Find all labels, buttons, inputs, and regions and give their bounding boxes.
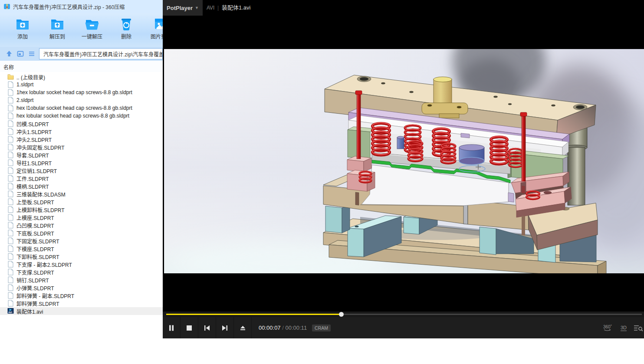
document-icon [7, 183, 14, 190]
column-header-row[interactable]: 名称 [0, 61, 163, 72]
document-icon [7, 292, 14, 299]
file-row[interactable]: 模柄.SLDPRT [0, 182, 163, 190]
stop-button[interactable] [181, 317, 198, 338]
player-controls: 00:00:07 / 00:00:11 CRAM 360˚ 3D [163, 317, 644, 338]
file-row[interactable]: 下支撑.SLDPRT [0, 268, 163, 276]
file-row[interactable]: 冲头1.SLDPRT [0, 128, 163, 135]
eject-button[interactable] [234, 317, 252, 338]
previous-button[interactable] [198, 317, 216, 338]
delete-icon [119, 16, 134, 31]
file-row[interactable]: 2.sldprt [0, 96, 163, 104]
file-row[interactable]: 凸凹模.SLDPRT [0, 221, 163, 229]
address-text: 汽车车身覆盖件)冲压工艺模具设计.zip\汽车车身覆盖件 [43, 50, 163, 58]
file-row[interactable]: 定位销1.SLDPRT [0, 167, 163, 174]
file-row[interactable]: 上垫板.SLDPRT [0, 198, 163, 206]
next-button[interactable] [216, 317, 234, 338]
previous-icon [204, 325, 210, 331]
toolbar-image-preview[interactable]: 图片预览 [145, 16, 163, 40]
document-icon [7, 261, 14, 268]
seek-handle[interactable] [339, 312, 344, 317]
titlebar-separator: | [217, 0, 219, 16]
document-icon [7, 151, 14, 158]
file-row[interactable]: 上模座.SLDPRT [0, 213, 163, 221]
file-row[interactable]: 工件.SLDPRT [0, 174, 163, 182]
document-icon [7, 190, 14, 197]
player-menu-button[interactable]: PotPlayer ▼ [163, 0, 203, 16]
toolbar-one-click-extract[interactable]: 一键解压 [76, 16, 108, 40]
file-row[interactable]: 三维装配体.SLDASM [0, 190, 163, 198]
archive-window: 汽车车身覆盖件)冲压工艺模具设计.zip - 360压缩 添加解压到一键解压删除… [0, 0, 163, 364]
file-row[interactable]: 下模座.SLDPRT [0, 245, 163, 253]
file-row[interactable]: 冲头固定板.SLDPRT [0, 143, 163, 151]
pause-icon [168, 325, 174, 331]
video-canvas[interactable] [164, 49, 644, 273]
file-row-parent[interactable]: .. (上级目录) [0, 73, 163, 81]
file-row[interactable]: 1.sldprt [0, 81, 163, 89]
playlist-search-icon[interactable] [634, 325, 643, 331]
file-row[interactable]: AVI装配体1.avi [0, 307, 163, 315]
file-row[interactable]: 小弹簧.SLDPRT [0, 284, 163, 292]
toolbar-add[interactable]: 添加 [7, 16, 38, 40]
document-icon [7, 276, 14, 283]
document-icon [7, 159, 14, 166]
seek-bar[interactable] [163, 312, 644, 317]
file-row[interactable]: 上模卸料板.SLDPRT [0, 206, 163, 213]
file-row[interactable]: 下支撑 - 副本2.SLDPRT [0, 260, 163, 268]
file-row[interactable]: 卸料弹簧 - 副本.SLDPRT [0, 292, 163, 299]
toolbar-delete[interactable]: 删除 [111, 16, 142, 40]
document-icon [7, 105, 14, 111]
document-icon [7, 97, 14, 104]
document-icon [7, 167, 14, 174]
document-icon [7, 253, 14, 260]
player-titlebar: PotPlayer ▼ AVI | 装配体1.avi [163, 0, 644, 16]
document-icon [7, 136, 14, 143]
svg-text:AVI: AVI [8, 311, 12, 314]
file-row[interactable]: 凹模.SLDPRT [0, 120, 163, 128]
document-icon [7, 269, 14, 275]
player-app-name: PotPlayer [167, 5, 193, 11]
360-rotation-icon[interactable]: 360˚ [602, 324, 614, 332]
file-row[interactable]: 下固定板.SLDPRT [0, 237, 163, 245]
file-list: .. (上级目录)1.sldprt1hex lobular socket hea… [0, 73, 163, 315]
pause-button[interactable] [163, 317, 181, 338]
document-icon [7, 245, 14, 252]
file-row[interactable]: 冲头2.SLDPRT [0, 135, 163, 143]
file-row[interactable]: 导柱1.SLDPRT [0, 159, 163, 167]
time-display: 00:00:07 / 00:00:11 [259, 325, 307, 331]
file-row[interactable]: hex l1obular socket head cap screws-8.8 … [0, 104, 163, 112]
archive-toolbar: 添加解压到一键解压删除图片预览 [0, 13, 163, 47]
document-icon [7, 198, 14, 205]
cad-assembly-render [164, 49, 644, 273]
file-row[interactable]: 销钉.SLDPRT [0, 276, 163, 284]
file-row[interactable]: 1hex lobular socket head cap screws-8.8 … [0, 89, 163, 96]
file-row[interactable]: 下卸料板.SLDPRT [0, 253, 163, 260]
3d-mode-icon[interactable]: 3D [621, 325, 627, 331]
document-icon [7, 206, 14, 213]
svg-text:360˚: 360˚ [603, 325, 612, 329]
stop-icon [187, 325, 192, 331]
document-icon [7, 81, 14, 88]
view-mode-icon[interactable] [16, 50, 24, 58]
player-format-label: AVI [207, 0, 214, 16]
avi-file-icon: AVI [7, 308, 14, 315]
seek-track[interactable] [166, 314, 642, 315]
eject-icon [240, 325, 246, 331]
time-total: 00:00:11 [285, 325, 307, 331]
image-preview-icon [154, 16, 163, 31]
one-click-extract-icon [85, 16, 99, 31]
address-field[interactable]: 汽车车身覆盖件)冲压工艺模具设计.zip\汽车车身覆盖件 [39, 48, 163, 59]
extract-to-icon [50, 16, 65, 31]
up-level-icon[interactable] [5, 50, 13, 58]
folder-icon [7, 73, 14, 80]
toolbar-extract-to[interactable]: 解压到 [42, 16, 73, 40]
file-row[interactable]: 导套.SLDPRT [0, 151, 163, 159]
list-view-icon[interactable] [28, 50, 36, 58]
next-icon [222, 325, 228, 331]
document-icon [7, 284, 14, 291]
player-media-title: 装配体1.avi [222, 0, 250, 16]
document-icon [7, 144, 14, 151]
file-row[interactable]: hex lobular socket head cap screws-8.8 g… [0, 112, 163, 120]
file-row[interactable]: 卸料弹簧.SLDPRT [0, 299, 163, 307]
file-row[interactable]: 下底板.SLDPRT [0, 229, 163, 237]
chevron-down-icon: ▼ [195, 6, 199, 10]
